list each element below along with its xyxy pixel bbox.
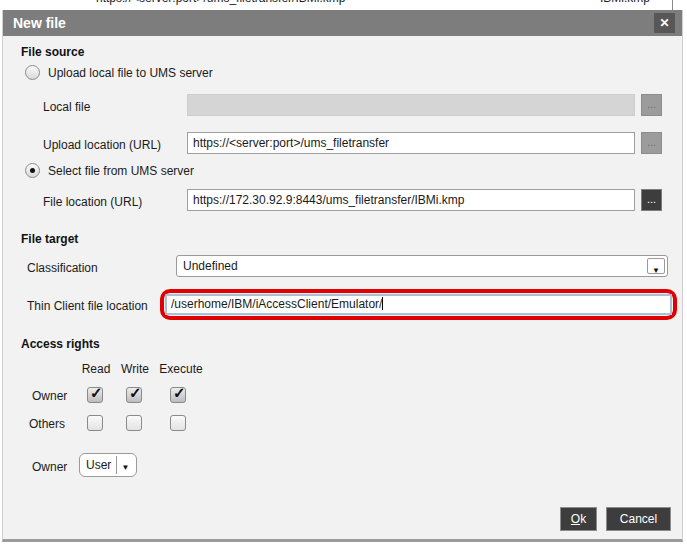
upload-local-radio[interactable] [25,65,40,80]
clipped-text-right: IBMi.kmp [600,0,650,5]
radio-dot-icon [30,168,35,173]
check-icon: ✓ [173,384,186,402]
select-from-ums-radio[interactable] [25,163,40,178]
check-icon: ✓ [129,384,142,402]
thin-client-location-input[interactable]: /userhome/IBM/iAccessClient/Emulator/ [165,294,672,315]
local-file-browse-button[interactable]: ... [641,94,662,116]
local-file-input[interactable] [187,94,635,116]
local-file-label: Local file [43,100,90,114]
checkbox-owner-read[interactable]: ✓ [87,387,103,403]
thin-client-location-label: Thin Client file location [27,299,148,313]
file-location-browse-button[interactable]: ... [641,189,662,211]
checkbox-others-execute[interactable]: ✓ [170,415,186,431]
classification-value: Undefined [183,259,238,273]
upload-location-browse-button[interactable]: ... [641,132,662,154]
clipped-text-left: https://<server:port>/ums_filetransfer/I… [96,0,345,5]
ok-button[interactable]: Ok [560,507,597,531]
new-file-dialog: New file ✕ File source Upload local file… [2,10,683,542]
checkbox-owner-execute[interactable]: ✓ [170,387,186,403]
checkbox-others-write[interactable]: ✓ [126,415,142,431]
upload-location-input[interactable]: https://<server:port>/ums_filetransfer [187,132,635,154]
ok-button-rest: k [580,512,586,526]
file-source-heading: File source [21,45,84,59]
cancel-button[interactable]: Cancel [606,507,671,531]
dialog-title: New file [13,15,66,31]
upload-location-label: Upload location (URL) [43,138,161,152]
dialog-titlebar[interactable]: New file ✕ [3,10,682,36]
file-location-label: File location (URL) [43,195,142,209]
column-header-write: Write [115,362,155,376]
file-location-input[interactable]: https://172.30.92.9:8443/ums_filetransfe… [187,189,635,211]
owner-select-label: Owner [32,460,67,474]
column-header-execute: Execute [153,362,209,376]
checkbox-others-read[interactable]: ✓ [87,415,103,431]
clipped-background-text: https://<server:port>/ums_filetransfer/I… [0,0,687,10]
checkbox-owner-write[interactable]: ✓ [126,387,142,403]
thin-client-location-value: /userhome/IBM/iAccessClient/Emulator/ [171,297,382,311]
owner-dropdown[interactable]: User ▼ [79,453,137,477]
classification-label: Classification [27,261,98,275]
chevron-down-icon[interactable]: ▼ [116,456,134,474]
close-icon[interactable]: ✕ [654,13,675,33]
access-rights-heading: Access rights [21,337,100,351]
file-target-heading: File target [21,232,78,246]
chevron-down-icon[interactable]: ▼ [647,258,665,274]
owner-dropdown-value: User [86,458,111,472]
upload-local-radio-label[interactable]: Upload local file to UMS server [48,66,213,80]
page-background: https://<server:port>/ums_filetransfer/I… [0,0,687,546]
select-from-ums-radio-label[interactable]: Select file from UMS server [48,164,194,178]
owner-row-label: Owner [32,389,67,403]
column-header-read: Read [77,362,115,376]
background-divider-line [672,0,673,10]
ok-button-accel: O [571,512,580,526]
highlight-annotation: /userhome/IBM/iAccessClient/Emulator/ [160,289,677,320]
others-row-label: Others [29,417,65,431]
classification-dropdown[interactable]: Undefined ▼ [176,255,668,277]
text-caret [382,297,383,310]
check-icon: ✓ [90,384,103,402]
